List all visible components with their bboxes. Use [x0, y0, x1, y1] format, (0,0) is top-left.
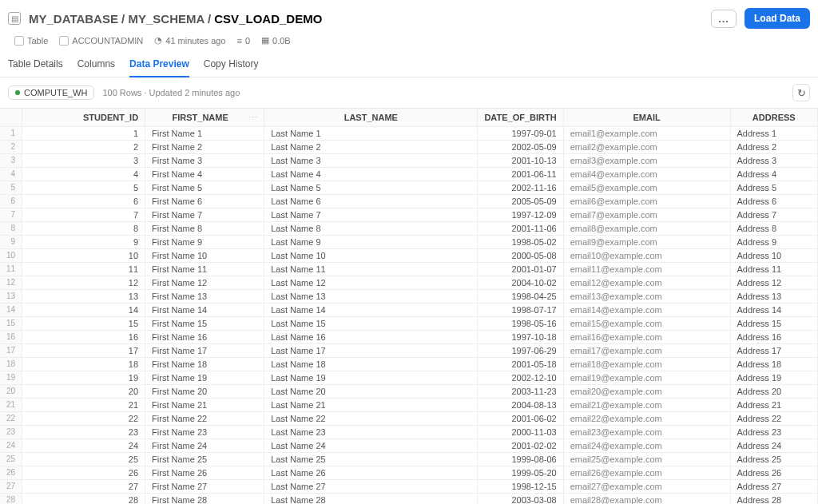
cell-address: Address 1: [730, 127, 817, 141]
cell-first-name: First Name 3: [145, 154, 264, 168]
breadcrumb-db[interactable]: MY_DATABASE: [29, 12, 118, 26]
cell-email: email21@example.com: [563, 399, 730, 412]
table-row[interactable]: 1111First Name 11Last Name 112001-01-07e…: [0, 263, 818, 276]
rownum-cell: 21: [0, 399, 22, 412]
table-row[interactable]: 2525First Name 25Last Name 251999-08-06e…: [0, 453, 818, 466]
table-row[interactable]: 2020First Name 20Last Name 202003-11-23e…: [0, 385, 818, 399]
table-row[interactable]: 88First Name 8Last Name 82001-11-06email…: [0, 222, 818, 236]
load-data-button[interactable]: Load Data: [745, 8, 810, 29]
table-row[interactable]: 55First Name 5Last Name 52002-11-16email…: [0, 181, 818, 195]
table-row[interactable]: 22First Name 2Last Name 22002-05-09email…: [0, 141, 818, 154]
table-row[interactable]: 1717First Name 17Last Name 171997-06-29e…: [0, 344, 818, 358]
cell-email: email11@example.com: [563, 263, 730, 276]
cell-last-name: Last Name 12: [264, 276, 478, 290]
table-row[interactable]: 66First Name 6Last Name 62005-05-09email…: [0, 195, 818, 208]
breadcrumb-schema[interactable]: MY_SCHEMA: [128, 12, 204, 26]
grid-scroll[interactable]: STUDENT_ID FIRST_NAME⋯ LAST_NAME DATE_OF…: [0, 109, 818, 504]
cell-student-id: 1: [22, 127, 145, 141]
table-row[interactable]: 2323First Name 23Last Name 232000-11-03e…: [0, 426, 818, 439]
cell-address: Address 2: [730, 141, 817, 154]
column-menu-icon[interactable]: ⋯: [248, 109, 257, 126]
cell-dob: 1998-04-25: [478, 290, 563, 304]
cell-student-id: 15: [22, 317, 145, 331]
col-student-id[interactable]: STUDENT_ID: [22, 109, 145, 127]
table-row[interactable]: 11First Name 1Last Name 11997-09-01email…: [0, 127, 818, 141]
cell-email: email28@example.com: [563, 494, 730, 505]
table-row[interactable]: 33First Name 3Last Name 32001-10-13email…: [0, 154, 818, 168]
cell-first-name: First Name 20: [145, 385, 264, 399]
table-row[interactable]: 1919First Name 19Last Name 192002-12-10e…: [0, 371, 818, 385]
rownum-cell: 11: [0, 263, 22, 276]
cell-student-id: 10: [22, 249, 145, 263]
cell-address: Address 27: [730, 480, 817, 494]
cell-email: email22@example.com: [563, 412, 730, 426]
table-row[interactable]: 2121First Name 21Last Name 212004-08-13e…: [0, 399, 818, 412]
table-row[interactable]: 1414First Name 14Last Name 141998-07-17e…: [0, 304, 818, 317]
rownum-cell: 25: [0, 453, 22, 466]
table-row[interactable]: 2222First Name 22Last Name 222001-06-02e…: [0, 412, 818, 426]
table-row[interactable]: 1515First Name 15Last Name 151998-05-16e…: [0, 317, 818, 331]
cell-first-name: First Name 15: [145, 317, 264, 331]
col-address[interactable]: ADDRESS: [730, 109, 817, 127]
cell-email: email8@example.com: [563, 222, 730, 236]
database-icon: ▤: [8, 12, 21, 25]
cell-last-name: Last Name 4: [264, 168, 478, 181]
tab-columns[interactable]: Columns: [77, 52, 115, 77]
cell-student-id: 12: [22, 276, 145, 290]
rownum-cell: 16: [0, 331, 22, 344]
rownum-cell: 22: [0, 412, 22, 426]
table-icon: [14, 36, 24, 46]
table-row[interactable]: 77First Name 7Last Name 71997-12-09email…: [0, 208, 818, 222]
cell-first-name: First Name 28: [145, 494, 264, 505]
cell-email: email14@example.com: [563, 304, 730, 317]
cell-last-name: Last Name 21: [264, 399, 478, 412]
cell-first-name: First Name 13: [145, 290, 264, 304]
rownum-cell: 23: [0, 426, 22, 439]
col-last-name[interactable]: LAST_NAME: [264, 109, 478, 127]
col-first-name[interactable]: FIRST_NAME⋯: [145, 109, 264, 127]
warehouse-chip[interactable]: COMPUTE_WH: [8, 85, 94, 100]
cell-address: Address 8: [730, 222, 817, 236]
page-header: ▤ MY_DATABASE / MY_SCHEMA / CSV_LOAD_DEM…: [0, 0, 818, 32]
col-dob[interactable]: DATE_OF_BIRTH: [478, 109, 563, 127]
cell-first-name: First Name 5: [145, 181, 264, 195]
tab-copy-history[interactable]: Copy History: [204, 52, 259, 77]
cell-email: email27@example.com: [563, 480, 730, 494]
cell-email: email12@example.com: [563, 276, 730, 290]
table-row[interactable]: 1313First Name 13Last Name 131998-04-25e…: [0, 290, 818, 304]
table-row[interactable]: 1818First Name 18Last Name 182001-05-18e…: [0, 358, 818, 371]
cell-email: email13@example.com: [563, 290, 730, 304]
breadcrumb: MY_DATABASE / MY_SCHEMA / CSV_LOAD_DEMO: [29, 12, 322, 26]
rownum-cell: 10: [0, 249, 22, 263]
col-email[interactable]: EMAIL: [563, 109, 730, 127]
cell-student-id: 8: [22, 222, 145, 236]
cell-last-name: Last Name 18: [264, 358, 478, 371]
cell-student-id: 17: [22, 344, 145, 358]
cell-address: Address 9: [730, 236, 817, 249]
rownum-cell: 26: [0, 466, 22, 480]
cell-first-name: First Name 26: [145, 466, 264, 480]
cell-dob: 2001-06-11: [478, 168, 563, 181]
rownum-cell: 18: [0, 358, 22, 371]
cell-first-name: First Name 17: [145, 344, 264, 358]
more-actions-button[interactable]: ...: [711, 10, 737, 28]
table-row[interactable]: 1010First Name 10Last Name 102000-05-08e…: [0, 249, 818, 263]
cell-student-id: 3: [22, 154, 145, 168]
table-row[interactable]: 2727First Name 27Last Name 271998-12-15e…: [0, 480, 818, 494]
table-row[interactable]: 2828First Name 28Last Name 282003-03-08e…: [0, 494, 818, 505]
cell-last-name: Last Name 5: [264, 181, 478, 195]
table-row[interactable]: 2626First Name 26Last Name 261999-05-20e…: [0, 466, 818, 480]
table-row[interactable]: 2424First Name 24Last Name 242001-02-02e…: [0, 439, 818, 453]
cell-student-id: 7: [22, 208, 145, 222]
cell-student-id: 11: [22, 263, 145, 276]
cell-student-id: 4: [22, 168, 145, 181]
refresh-button[interactable]: ↻: [792, 84, 810, 101]
tab-data-preview[interactable]: Data Preview: [129, 52, 189, 77]
cell-first-name: First Name 4: [145, 168, 264, 181]
table-row[interactable]: 1212First Name 12Last Name 122004-10-02e…: [0, 276, 818, 290]
table-row[interactable]: 99First Name 9Last Name 91998-05-02email…: [0, 236, 818, 249]
tab-table-details[interactable]: Table Details: [8, 52, 63, 77]
table-row[interactable]: 44First Name 4Last Name 42001-06-11email…: [0, 168, 818, 181]
cell-student-id: 21: [22, 399, 145, 412]
table-row[interactable]: 1616First Name 16Last Name 161997-10-18e…: [0, 331, 818, 344]
